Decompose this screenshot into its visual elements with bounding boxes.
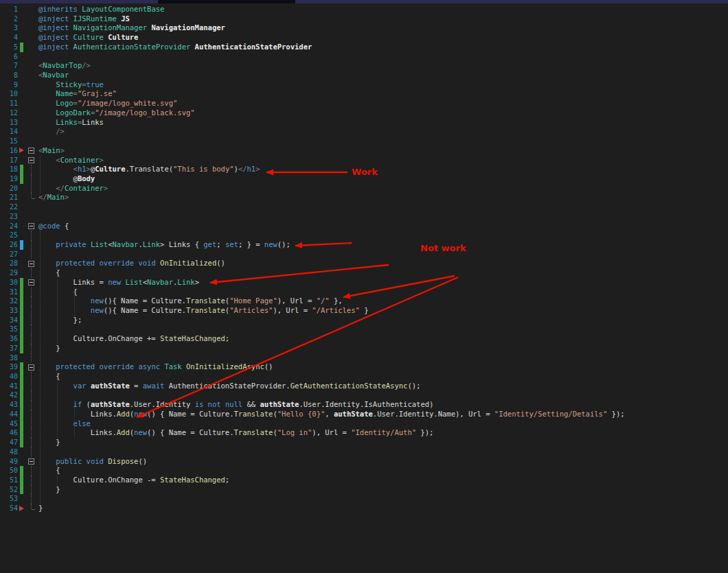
fold-toggle-icon[interactable] — [28, 261, 34, 267]
code-line[interactable]: 44 Links.Add(new() { Name = Culture.Tran… — [0, 410, 728, 419]
code-line[interactable]: 2@inject IJSRuntime JS — [0, 14, 728, 24]
gutter-margin[interactable] — [18, 268, 26, 278]
code-line[interactable]: 10 Name="Graj.se" — [0, 89, 728, 99]
gutter-margin[interactable] — [18, 146, 26, 156]
gutter-margin[interactable] — [18, 184, 26, 194]
code-line[interactable]: 43 if (authState.User.Identity is not nu… — [0, 400, 728, 410]
code-line[interactable]: 21</Main> — [0, 193, 728, 202]
code-line[interactable]: 1@inherits LayoutComponentBase — [0, 5, 728, 14]
fold-toggle-icon[interactable] — [28, 148, 34, 154]
gutter-margin[interactable] — [18, 438, 26, 447]
code-line[interactable]: 20 </Container> — [0, 184, 728, 194]
code-line[interactable]: 53 — [0, 494, 728, 504]
gutter-margin[interactable] — [18, 5, 26, 14]
gutter-margin[interactable] — [18, 466, 26, 476]
gutter-margin[interactable] — [18, 118, 26, 128]
code-area[interactable]: 1@inherits LayoutComponentBase2@inject I… — [0, 3, 728, 513]
gutter-margin[interactable] — [18, 400, 26, 410]
gutter-margin[interactable] — [18, 390, 26, 400]
code-line[interactable]: 13 Links=Links — [0, 118, 728, 128]
gutter-margin[interactable] — [18, 419, 26, 429]
gutter-margin[interactable] — [18, 428, 26, 438]
gutter-margin[interactable] — [18, 137, 26, 146]
gutter-margin[interactable] — [18, 288, 26, 297]
gutter-margin[interactable] — [18, 353, 26, 363]
code-line[interactable]: 48 — [0, 447, 728, 457]
code-line[interactable]: 52 } — [0, 485, 728, 495]
gutter-margin[interactable] — [18, 52, 26, 62]
gutter-margin[interactable] — [18, 447, 26, 457]
gutter-margin[interactable] — [18, 127, 26, 137]
code-line[interactable]: 7<NavbarTop/> — [0, 61, 728, 71]
code-line[interactable]: 41 var authState = await AuthenticationS… — [0, 382, 728, 391]
code-line[interactable]: 11 Logo="/image/logo_white.svg" — [0, 99, 728, 108]
fold-toggle-icon[interactable] — [28, 223, 34, 229]
gutter-margin[interactable] — [18, 156, 26, 165]
gutter-margin[interactable] — [18, 344, 26, 353]
code-line[interactable]: 22 — [0, 202, 728, 212]
code-line[interactable]: 3@inject NavigationManager NavigationMan… — [0, 23, 728, 33]
code-line[interactable]: 33 new(){ Name = Culture.Translate("Arti… — [0, 306, 728, 316]
gutter-margin[interactable] — [18, 89, 26, 99]
code-line[interactable]: 42 — [0, 390, 728, 400]
gutter-margin[interactable] — [18, 316, 26, 325]
code-line[interactable]: 46 Links.Add(new() { Name = Culture.Tran… — [0, 428, 728, 438]
code-line[interactable]: 12 LogoDark="/image/logo_black.svg" — [0, 108, 728, 118]
gutter-margin[interactable] — [18, 325, 26, 334]
code-line[interactable]: 6 — [0, 52, 728, 62]
code-line[interactable]: 14 /> — [0, 127, 728, 137]
fold-toggle-icon[interactable] — [28, 364, 34, 371]
code-line[interactable]: 49 public void Dispose() — [0, 457, 728, 467]
code-line[interactable]: 36 Culture.OnChange += StateHasChanged; — [0, 334, 728, 344]
code-line[interactable]: 25 — [0, 231, 728, 240]
code-line[interactable]: 40 { — [0, 372, 728, 382]
gutter-margin[interactable] — [18, 372, 26, 382]
code-line[interactable]: 32 new(){ Name = Culture.Translate("Home… — [0, 296, 728, 306]
code-line[interactable]: 45 else — [0, 419, 728, 429]
code-editor[interactable]: 1@inherits LayoutComponentBase2@inject I… — [0, 3, 728, 573]
code-line[interactable]: 9 Sticky=true — [0, 80, 728, 90]
active-tab-remnant[interactable] — [158, 0, 295, 3]
gutter-margin[interactable] — [18, 362, 26, 372]
code-line[interactable]: 30 Links = new List<Navbar.Link> — [0, 278, 728, 288]
gutter-margin[interactable] — [18, 99, 26, 108]
gutter-margin[interactable] — [18, 306, 26, 316]
gutter-margin[interactable] — [18, 222, 26, 231]
code-line[interactable]: 47 } — [0, 438, 728, 447]
gutter-margin[interactable] — [18, 334, 26, 344]
code-line[interactable]: 16<Main> — [0, 146, 728, 156]
code-line[interactable]: 15 — [0, 137, 728, 146]
code-line[interactable]: 23 — [0, 212, 728, 222]
code-line[interactable]: 4@inject Culture Culture — [0, 33, 728, 43]
code-line[interactable]: 27 — [0, 250, 728, 259]
gutter-margin[interactable] — [18, 231, 26, 240]
fold-toggle-icon[interactable] — [28, 157, 34, 163]
gutter-margin[interactable] — [18, 250, 26, 259]
gutter-margin[interactable] — [18, 382, 26, 391]
code-line[interactable]: 38 — [0, 353, 728, 363]
gutter-margin[interactable] — [18, 193, 26, 202]
code-line[interactable]: 26 private List<Navbar.Link> Links { get… — [0, 240, 728, 250]
code-line[interactable]: 35 — [0, 325, 728, 334]
gutter-margin[interactable] — [18, 476, 26, 485]
code-line[interactable]: 50 { — [0, 466, 728, 476]
gutter-margin[interactable] — [18, 259, 26, 268]
code-line[interactable]: 31 { — [0, 288, 728, 297]
gutter-margin[interactable] — [18, 410, 26, 419]
code-line[interactable]: 17 <Container> — [0, 156, 728, 165]
gutter-margin[interactable] — [18, 61, 26, 71]
gutter-margin[interactable] — [18, 485, 26, 495]
code-line[interactable]: 5@inject AuthenticationStateProvider Aut… — [0, 43, 728, 52]
gutter-margin[interactable] — [18, 80, 26, 90]
gutter-margin[interactable] — [18, 33, 26, 43]
gutter-margin[interactable] — [18, 23, 26, 33]
code-line[interactable]: 28 protected override void OnInitialized… — [0, 259, 728, 268]
gutter-margin[interactable] — [18, 14, 26, 24]
gutter-margin[interactable] — [18, 43, 26, 52]
code-line[interactable]: 29 { — [0, 268, 728, 278]
gutter-margin[interactable] — [18, 494, 26, 504]
fold-toggle-icon[interactable] — [28, 279, 34, 285]
gutter-margin[interactable] — [18, 457, 26, 467]
fold-toggle-icon[interactable] — [28, 458, 34, 465]
code-line[interactable]: 8<Navbar — [0, 71, 728, 80]
